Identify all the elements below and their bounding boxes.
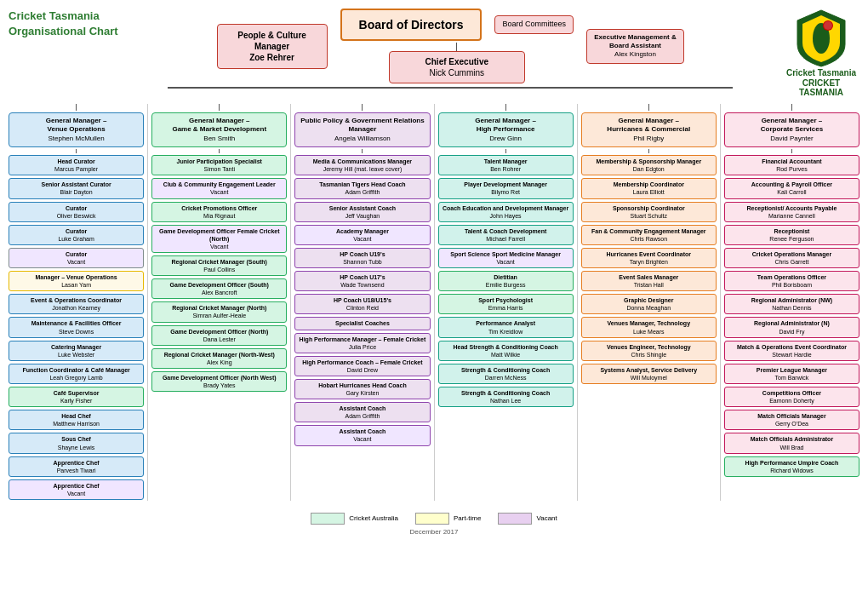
- committees-box: Board Committees: [494, 15, 574, 34]
- report-box-gm2-6: Regional Cricket Manager (North)Simran A…: [151, 301, 287, 322]
- col-separator-4: [720, 104, 721, 501]
- report-box-gm3-0: Media & Communications ManagerJeremy Hil…: [294, 155, 430, 175]
- report-box-gm5-2: Sponsorship CoordinatorStuart Schultz: [581, 202, 717, 222]
- report-box-gm3-2: Senior Assistant CoachJeff Vaughan: [294, 202, 430, 222]
- connector-top-gm6: [791, 104, 792, 111]
- logo-shield-icon: [796, 9, 847, 68]
- report-box-gm4-10: Strength & Conditioning CoachNathan Lee: [438, 387, 574, 407]
- people-culture-name: Zoe Rehrer: [225, 52, 320, 63]
- report-box-gm1-14: Apprentice ChefVacant: [9, 479, 144, 500]
- report-box-gm5-3: Fan & Community Engagement ManagerChris …: [581, 225, 717, 245]
- report-box-gm1-5: Manager – Venue OperationsLasan Yam: [9, 271, 144, 291]
- connector-ceo-gms: [168, 87, 733, 89]
- report-box-gm1-1: Senior Assistant CuratorBlair Dayton: [9, 178, 144, 198]
- gm-column-gm1: General Manager –Venue OperationsStephen…: [9, 104, 144, 501]
- report-box-gm1-12: Sous ChefShayne Lewis: [9, 433, 144, 453]
- report-box-gm2-9: Game Development Officer (North West)Bra…: [151, 371, 287, 392]
- report-box-gm1-7: Maintenance & Facilities OfficerSteve Do…: [9, 317, 144, 337]
- ceo-title: Chief Executive: [397, 56, 517, 67]
- col-separator-0: [147, 104, 148, 501]
- report-box-gm6-8: Match & Operations Event CoordinatorStew…: [724, 341, 859, 361]
- exec-assistant-title: Executive Management & Board Assistant: [591, 33, 679, 51]
- connector-gm-reports-gm2: [219, 149, 220, 153]
- report-box-gm3-5: HP Coach U17'sWade Townsend: [294, 271, 430, 291]
- report-box-gm3-10: Hobart Hurricanes Head CoachGary Kirsten: [294, 379, 430, 399]
- col-separator-1: [290, 104, 291, 501]
- board-committees-row: Board of Directors Board Committees: [340, 9, 574, 41]
- report-box-gm1-4: CuratorVacant: [9, 248, 144, 268]
- board-label: Board of Directors: [359, 18, 464, 32]
- report-box-gm4-4: Sport Science Sport Medicine ManagerVaca…: [438, 248, 574, 268]
- report-box-gm1-9: Function Coordinator & Café ManagerLeah …: [9, 364, 144, 384]
- report-box-gm6-9: Premier League ManagerTom Barwick: [724, 364, 859, 384]
- connector-top-gm4: [505, 104, 506, 111]
- report-box-gm6-11: Match Officials ManagerGerry O'Dea: [724, 410, 859, 430]
- report-box-gm3-4: HP Coach U19'sShannon Tubb: [294, 248, 430, 268]
- connector-gm-reports-gm5: [648, 149, 649, 153]
- legend-row: Cricket AustraliaPart-timeVacant: [311, 513, 557, 525]
- report-box-gm6-13: High Performance Umpire CoachRichard Wid…: [724, 456, 859, 477]
- col-separator-3: [577, 104, 578, 501]
- report-box-gm1-0: Head CuratorMarcus Pampler: [9, 155, 144, 175]
- ceo-name: Nick Cummins: [397, 67, 517, 78]
- report-box-gm4-0: Talent ManagerBen Rohrer: [438, 155, 574, 175]
- ceo-box: Chief Executive Nick Cummins: [389, 51, 525, 83]
- report-box-gm6-0: Financial AccountantRod Purves: [724, 155, 859, 175]
- page-container: Cricket Tasmania Organisational Chart Pe…: [0, 0, 868, 544]
- report-box-gm1-11: Head ChefMatthew Harrison: [9, 410, 144, 430]
- report-box-gm5-1: Membership CoordinatorLaura Elliott: [581, 178, 717, 198]
- report-box-gm6-5: Team Operations OfficerPhil Borisboam: [724, 271, 859, 291]
- legend-label-0: Cricket Australia: [349, 514, 398, 522]
- report-box-gm1-10: Café SupervisorKarly Fisher: [9, 387, 144, 407]
- report-box-gm2-2: Cricket Promotions OfficerMia Rignaut: [151, 202, 287, 222]
- legend-color-0: [311, 513, 345, 525]
- report-box-gm6-1: Accounting & Payroll OfficerKali Carroll: [724, 178, 859, 198]
- report-box-gm1-8: Catering ManagerLuke Webster: [9, 341, 144, 361]
- report-box-gm4-6: Sport PsychologistEmma Harris: [438, 294, 574, 314]
- report-box-gm4-7: Performance AnalystTim Kreidlow: [438, 317, 574, 337]
- connector-top-gm3: [362, 104, 363, 111]
- people-culture-box: People & Culture Manager Zoe Rehrer: [217, 24, 328, 69]
- report-box-gm6-7: Regional Administrator (N)David Fry: [724, 317, 859, 337]
- people-culture-title: People & Culture Manager: [225, 30, 320, 52]
- gm-column-gm6: General Manager –Corporate ServicesDavid…: [724, 104, 859, 478]
- report-box-gm2-5: Game Development Officer (South)Alex Ban…: [151, 278, 287, 299]
- report-box-gm6-2: Receptionist/ Accounts PayableMarianne C…: [724, 202, 859, 222]
- title-line1: Cricket Tasmania: [9, 9, 118, 24]
- connector-board-ceo: [456, 43, 457, 51]
- legend-label-1: Part-time: [454, 514, 481, 522]
- report-box-gm4-1: Player Development ManagerBilymo Ret: [438, 178, 574, 198]
- header-title: Cricket Tasmania Organisational Chart: [9, 9, 118, 39]
- gm-column-gm5: General Manager –Hurricanes & Commercial…: [581, 104, 717, 385]
- report-box-gm4-8: Head Strength & Conditioning CoachMatt W…: [438, 341, 574, 361]
- report-box-gm5-7: Venues Manager, TechnologyLuke Mears: [581, 317, 717, 337]
- report-box-gm6-4: Cricket Operations ManagerChris Garrett: [724, 248, 859, 268]
- report-box-gm6-3: ReceptionistRenee Ferguson: [724, 225, 859, 245]
- board-row: People & Culture Manager Zoe Rehrer Boar…: [217, 9, 684, 83]
- logo-text-cricket: Cricket Tasmania: [786, 68, 856, 78]
- svg-point-2: [824, 21, 832, 30]
- top-org-section: People & Culture Manager Zoe Rehrer Boar…: [118, 9, 783, 90]
- footer-text: December 2017: [9, 528, 859, 536]
- report-box-gm3-11: Assistant CoachAdam Griffith: [294, 402, 430, 422]
- report-box-gm5-0: Membership & Sponsorship ManagerDan Edgt…: [581, 155, 717, 175]
- gm-box-gm1: General Manager –Venue OperationsStephen…: [9, 112, 144, 147]
- org-columns: General Manager –Venue OperationsStephen…: [9, 104, 859, 501]
- gm-column-gm2: General Manager –Game & Market Developme…: [151, 104, 287, 393]
- report-box-gm5-5: Event Sales ManagerTristan Hall: [581, 271, 717, 291]
- report-box-gm6-12: Match Officials AdministratorWill Brad: [724, 433, 859, 453]
- legend: Cricket AustraliaPart-timeVacant: [9, 508, 859, 525]
- connector-top-gm5: [648, 104, 649, 111]
- legend-color-1: [415, 513, 449, 525]
- legend-color-2: [498, 513, 532, 525]
- gm-box-gm6: General Manager –Corporate ServicesDavid…: [724, 112, 859, 147]
- report-box-gm4-2: Coach Education and Development ManagerJ…: [438, 202, 574, 222]
- report-box-gm1-3: CuratorLuke Graham: [9, 225, 144, 245]
- report-box-gm4-5: DietitianEmilie Burgess: [438, 271, 574, 291]
- report-box-gm2-0: Junior Participation SpecialistSimon Tan…: [151, 155, 287, 175]
- report-box-gm4-9: Strength & Conditioning CoachDarren McNe…: [438, 364, 574, 384]
- report-box-gm5-6: Graphic DesignerDonna Meaghan: [581, 294, 717, 314]
- legend-item-0: Cricket Australia: [311, 513, 398, 525]
- report-box-gm3-1: Tasmanian Tigers Head CoachAdam Griffith: [294, 178, 430, 198]
- gm-box-gm5: General Manager –Hurricanes & Commercial…: [581, 112, 717, 147]
